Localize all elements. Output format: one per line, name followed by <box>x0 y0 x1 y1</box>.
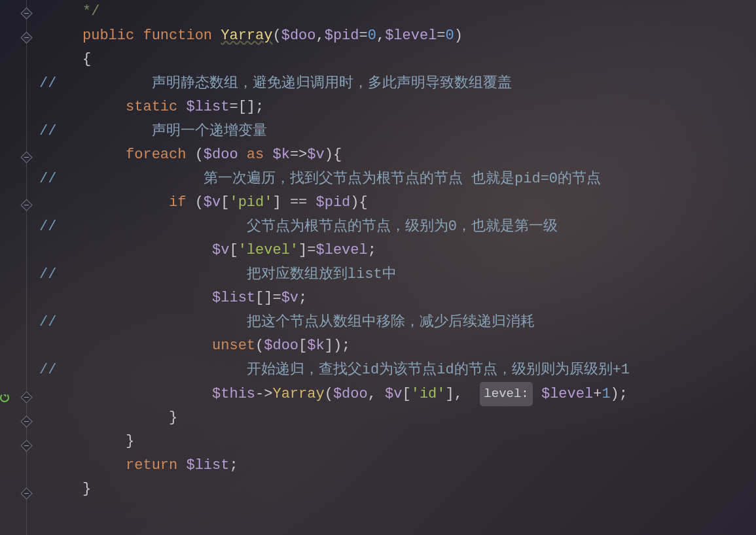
code-token: ; <box>229 457 238 474</box>
code-token: $v <box>281 290 298 306</box>
code-line[interactable]: // 第一次遍历，找到父节点为根节点的节点 也就是pid=0的节点 <box>39 167 630 192</box>
code-token: Yarray <box>221 27 272 44</box>
code-token: $k <box>307 337 324 354</box>
parameter-hint: level: <box>480 382 532 406</box>
code-token: $list <box>212 290 255 306</box>
code-token: , <box>376 27 385 44</box>
code-token: public <box>82 27 143 44</box>
restart-icon[interactable] <box>0 393 9 402</box>
code-token: 父节点为根节点的节点，级别为0，也就是第一级 <box>247 218 558 235</box>
code-token: $pid <box>316 194 351 211</box>
code-token: $k <box>272 147 289 163</box>
code-token: unset <box>212 337 255 354</box>
code-token: $list <box>186 457 229 474</box>
code-token: Yarray <box>272 386 324 402</box>
code-token: = <box>359 27 368 44</box>
code-token: ; <box>255 99 264 115</box>
code-token: ( <box>195 194 204 211</box>
code-line[interactable]: unset($doo[$k]); <box>39 334 630 358</box>
code-token: 声明静态数组，避免递归调用时，多此声明导致数组覆盖 <box>152 75 512 92</box>
code-token: ] <box>325 337 333 354</box>
code-token: $v <box>385 386 402 402</box>
code-token: 第一次遍历，找到父节点为根节点的节点 也就是pid=0的节点 <box>204 171 601 187</box>
code-editor-content[interactable]: */ public function Yarray($doo,$pid=0,$l… <box>39 0 630 502</box>
code-token: 0 <box>368 27 376 44</box>
code-line[interactable]: return $list; <box>39 454 630 478</box>
code-token: 把这个节点从数组中移除，减少后续递归消耗 <box>247 314 535 330</box>
code-token: [ <box>403 386 411 402</box>
code-token: ) <box>350 194 359 211</box>
code-line[interactable]: // 开始递归，查找父id为该节点id的节点，级别则为原级别+1 <box>39 358 630 383</box>
fold-toggle-icon[interactable] <box>20 440 32 451</box>
code-token: [ <box>221 194 229 211</box>
code-token: == <box>281 194 316 211</box>
code-token: 'pid' <box>229 194 272 211</box>
fold-toggle-icon[interactable] <box>20 487 32 499</box>
fold-toggle-icon[interactable] <box>20 151 32 163</box>
code-line[interactable]: $v['level']=$level; <box>39 239 630 263</box>
comment-slash: // <box>39 123 56 139</box>
code-token <box>533 386 541 402</box>
code-token: => <box>290 147 307 163</box>
code-token: ] <box>446 386 454 402</box>
code-token: [ <box>229 242 238 258</box>
code-token: , <box>316 27 325 44</box>
code-token: return <box>126 457 186 474</box>
code-token: $v <box>212 242 229 258</box>
fold-toggle-icon[interactable] <box>20 199 32 211</box>
code-token: = <box>307 242 315 258</box>
comment-slash: // <box>39 266 56 283</box>
code-line[interactable]: // 把这个节点从数组中移除，减少后续递归消耗 <box>39 311 630 335</box>
code-token: } <box>82 481 91 497</box>
comment-slash: // <box>39 362 56 378</box>
code-line[interactable]: public function Yarray($doo,$pid=0,$leve… <box>39 24 630 48</box>
code-token: $v <box>307 147 324 163</box>
code-token: $doo <box>204 147 238 163</box>
code-line[interactable]: $this->Yarray($doo, $v['id'], level: $le… <box>39 382 630 406</box>
code-token: 0 <box>446 27 454 44</box>
code-line[interactable]: // 声明一个递增变量 <box>39 120 630 144</box>
code-token: = <box>272 290 281 306</box>
code-token: [] <box>255 290 272 306</box>
code-token: ) <box>333 337 342 354</box>
code-token: ; <box>342 337 350 354</box>
code-token: static <box>126 99 186 115</box>
code-token: { <box>82 51 91 67</box>
code-line[interactable]: // 把对应数组放到list中 <box>39 263 630 287</box>
fold-toggle-icon[interactable] <box>20 31 32 43</box>
code-line[interactable]: // 父节点为根节点的节点，级别为0，也就是第一级 <box>39 215 630 239</box>
code-token: ) <box>325 147 333 163</box>
code-token: $doo <box>333 386 368 402</box>
code-token: ; <box>368 242 376 258</box>
fold-toggle-icon[interactable] <box>20 415 32 427</box>
code-token: $list <box>186 99 229 115</box>
code-line[interactable]: } <box>39 406 630 430</box>
code-token: ( <box>272 27 281 44</box>
fold-guide-line <box>26 0 27 535</box>
fold-toggle-icon[interactable] <box>20 7 32 19</box>
code-line[interactable]: foreach ($doo as $k=>$v){ <box>39 143 630 167</box>
code-token: = <box>229 99 238 115</box>
code-token: ) <box>454 27 463 44</box>
code-line[interactable]: { <box>39 48 630 72</box>
code-token: $level <box>385 27 437 44</box>
code-line[interactable]: $list[]=$v; <box>39 286 630 311</box>
code-token: 把对应数组放到list中 <box>247 266 397 283</box>
code-line[interactable]: if ($v['pid'] == $pid){ <box>39 191 630 215</box>
code-token: [] <box>238 99 255 115</box>
code-token: $doo <box>281 27 316 44</box>
code-token: as <box>238 147 273 163</box>
fold-toggle-icon[interactable] <box>20 391 32 403</box>
code-token: if <box>169 194 195 211</box>
code-token: -> <box>255 386 272 402</box>
code-token: + <box>593 386 602 402</box>
code-token: [ <box>298 337 307 354</box>
code-line[interactable]: } <box>39 430 630 454</box>
code-token: , <box>368 386 385 402</box>
code-line[interactable]: // 声明静态数组，避免递归调用时，多此声明导致数组覆盖 <box>39 72 630 96</box>
code-line[interactable]: */ <box>39 0 630 24</box>
code-line[interactable]: } <box>39 477 630 502</box>
code-token: ( <box>195 147 204 163</box>
code-token: 1 <box>602 386 610 402</box>
code-line[interactable]: static $list=[]; <box>39 95 630 120</box>
